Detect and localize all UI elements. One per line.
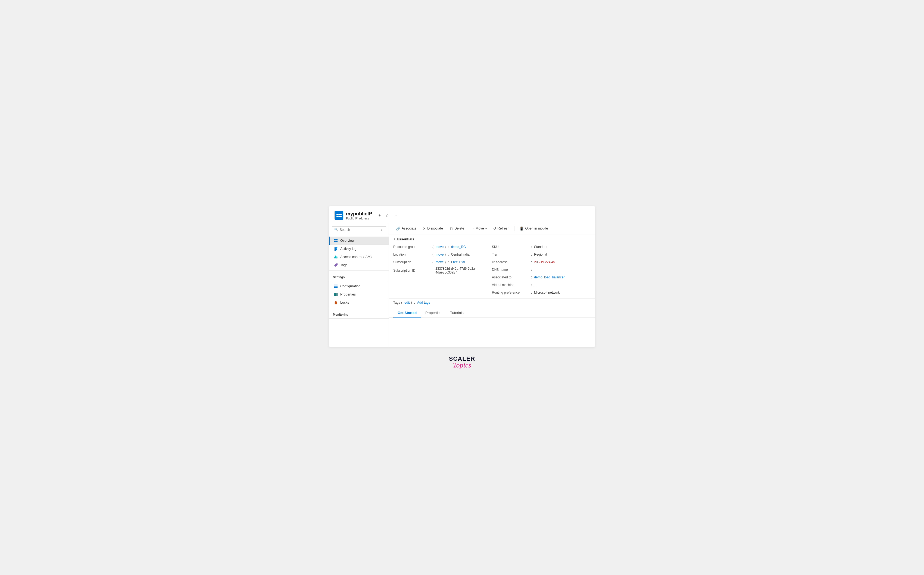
tier-row: Tier : Regional [492, 251, 590, 257]
more-button[interactable]: ··· [393, 213, 398, 218]
svg-rect-5 [334, 248, 337, 249]
svg-rect-14 [335, 293, 336, 296]
sidebar-item-locks[interactable]: Locks [329, 299, 389, 307]
toolbar: 🔗 Associate ✕ Dissociate 🗑 Delete → Move… [389, 223, 595, 234]
monitoring-section-label: Monitoring [329, 309, 389, 317]
open-mobile-button[interactable]: 📱 Open in mobile [517, 225, 550, 232]
routing-preference-label: Routing preference [492, 291, 530, 294]
associated-to-row: Associated to : demo_load_balancer [492, 274, 590, 280]
essentials-right-column: SKU : Standard Tier : Regional IP addres… [492, 244, 590, 295]
subscription-id-row: Subscription ID : 2337862d-d45a-47d6-9b2… [393, 267, 492, 274]
svg-rect-2 [334, 241, 336, 242]
header-actions: ✦ ☆ ··· [377, 213, 398, 218]
move-chevron-icon: ▾ [485, 227, 487, 230]
associate-button[interactable]: 🔗 Associate [393, 225, 419, 232]
sku-value: Standard [534, 245, 547, 249]
associated-to-value[interactable]: demo_load_balancer [534, 275, 565, 279]
sidebar-item-activity-log-label: Activity log [340, 247, 356, 251]
subscription-row: Subscription (move) : Free Trial [393, 259, 492, 265]
sidebar-item-overview-label: Overview [340, 239, 355, 243]
collapse-button[interactable]: « [380, 228, 383, 232]
essentials-title: Essentials [397, 237, 414, 241]
dns-name-value: - [534, 268, 535, 272]
sidebar-item-overview[interactable]: Overview [329, 237, 389, 245]
ip-address-label: IP address [492, 260, 530, 264]
tags-row: Tags ( edit ) : Add tags [389, 299, 595, 307]
sidebar-item-locks-label: Locks [340, 301, 349, 305]
svg-rect-4 [334, 247, 337, 248]
subscription-move-link[interactable]: move [436, 260, 444, 264]
iam-icon [334, 255, 338, 259]
sku-label: SKU [492, 245, 530, 249]
sku-row: SKU : Standard [492, 244, 590, 250]
portal-header: mypublicIP Public IP address ✦ ☆ ··· [329, 206, 595, 223]
associate-icon: 🔗 [396, 227, 400, 230]
portal-window: mypublicIP Public IP address ✦ ☆ ··· 🔍 «… [329, 206, 595, 347]
dissociate-icon: ✕ [423, 227, 426, 230]
delete-icon: 🗑 [450, 227, 453, 230]
content-tabs: Get Started Properties Tutorials [389, 307, 595, 318]
mobile-icon: 📱 [519, 227, 524, 230]
routing-preference-value: Microsoft network [534, 291, 560, 294]
scaler-subtitle: Topics [453, 361, 471, 369]
resource-subtitle: Public IP address [346, 217, 372, 220]
svg-rect-11 [334, 286, 337, 287]
svg-rect-7 [334, 250, 336, 251]
essentials-toggle-icon: ∧ [393, 238, 395, 241]
pin-button[interactable]: ✦ [377, 213, 382, 218]
favorite-button[interactable]: ☆ [385, 213, 390, 218]
overview-icon [334, 238, 338, 243]
sidebar-item-tags[interactable]: Tags [329, 261, 389, 269]
tags-edit-link[interactable]: edit [404, 301, 410, 305]
virtual-machine-value: - [534, 283, 535, 287]
sidebar-item-iam-label: Access control (IAM) [340, 255, 372, 259]
routing-preference-row: Routing preference : Microsoft network [492, 289, 590, 295]
tab-tutorials[interactable]: Tutorials [446, 308, 468, 318]
dns-name-row: DNS name : - [492, 267, 590, 273]
search-icon: 🔍 [334, 228, 338, 232]
resource-group-move-link[interactable]: move [436, 245, 444, 249]
svg-rect-6 [334, 249, 337, 249]
sidebar-item-activity-log[interactable]: Activity log [329, 245, 389, 253]
essentials-left-column: Resource group (move) : demo_RG Location… [393, 244, 492, 295]
resource-group-value[interactable]: demo_RG [451, 245, 466, 249]
header-text-group: mypublicIP Public IP address [346, 211, 372, 220]
essentials-header[interactable]: ∧ Essentials [389, 234, 595, 243]
activity-log-icon [334, 247, 338, 251]
svg-rect-10 [334, 284, 337, 285]
location-row: Location (move) : Central India [393, 251, 492, 257]
add-tags-link[interactable]: Add tags [417, 301, 430, 305]
sidebar-item-properties[interactable]: Properties [329, 290, 389, 299]
search-input[interactable] [340, 228, 378, 232]
sidebar-item-configuration-label: Configuration [340, 284, 360, 288]
move-button[interactable]: → Move ▾ [468, 225, 490, 232]
ip-address-row: IP address : 20.219.224.45 [492, 259, 590, 265]
associated-to-label: Associated to [492, 275, 530, 279]
settings-section-label: Settings [329, 272, 389, 280]
subscription-id-value: 2337862d-d45a-47d6-9b2a-4dae85c30a87 [435, 267, 492, 274]
tags-label: Tags [393, 301, 400, 305]
sidebar-item-tags-label: Tags [340, 263, 347, 267]
sidebar-item-properties-label: Properties [340, 292, 356, 296]
search-box[interactable]: 🔍 « [332, 226, 386, 233]
svg-point-9 [336, 256, 337, 257]
svg-rect-13 [334, 293, 335, 296]
sidebar: 🔍 « Overview Activity log [329, 223, 389, 347]
dissociate-button[interactable]: ✕ Dissociate [420, 225, 446, 232]
svg-rect-0 [334, 239, 336, 240]
svg-rect-16 [337, 293, 337, 296]
tab-properties[interactable]: Properties [421, 308, 446, 318]
svg-rect-12 [334, 287, 337, 288]
subscription-value[interactable]: Free Trial [451, 260, 465, 264]
tab-get-started[interactable]: Get Started [393, 308, 421, 318]
locks-icon [334, 300, 338, 305]
resource-group-label: Resource group [393, 245, 431, 249]
sidebar-item-iam[interactable]: Access control (IAM) [329, 253, 389, 261]
tier-value: Regional [534, 253, 547, 256]
refresh-button[interactable]: ↺ Refresh [491, 225, 512, 232]
location-move-link[interactable]: move [436, 253, 444, 256]
portal-body: 🔍 « Overview Activity log [329, 223, 595, 347]
delete-button[interactable]: 🗑 Delete [447, 225, 467, 232]
sidebar-item-configuration[interactable]: Configuration [329, 282, 389, 290]
properties-icon [334, 292, 338, 297]
